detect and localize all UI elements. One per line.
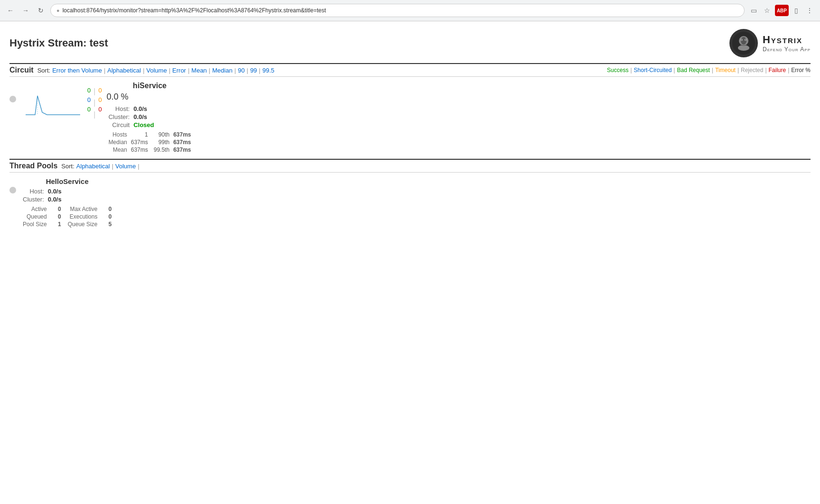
p90-label: 90th — [150, 131, 171, 138]
lock-icon: ● — [56, 8, 60, 13]
sort-alphabetical[interactable]: Alphabetical — [107, 67, 141, 74]
tp-sep2: | — [138, 163, 139, 170]
median-val: 637ms — [129, 138, 150, 146]
thread-pool-name: HelloService — [21, 177, 113, 185]
p99-label: 99th — [150, 138, 171, 146]
p995-val: 637ms — [171, 146, 193, 154]
reload-button[interactable]: ↻ — [35, 5, 46, 16]
adblock-button[interactable]: ABP — [775, 5, 789, 16]
hystrix-name: Hystrix — [763, 34, 811, 46]
sep5: | — [209, 67, 210, 74]
circuit-sort-controls: Sort: Error then Volume | Alphabetical |… — [37, 67, 275, 74]
sep7: | — [247, 67, 248, 74]
svg-point-6 — [745, 39, 746, 40]
hystrix-logo-text: Hystrix Defend Your App — [763, 34, 811, 53]
legend-rejected: Rejected — [741, 67, 763, 73]
cluster-label: Cluster: — [107, 113, 132, 121]
sort-volume[interactable]: Volume — [147, 67, 167, 74]
counter-col-right: 0 0 0 — [98, 86, 101, 120]
tp-pool-size-label: Pool Size — [21, 220, 49, 228]
hosts-val: 1 — [129, 131, 150, 138]
tp-queued-val: 0 — [49, 213, 63, 220]
counter-separator-col: | | | — [92, 86, 96, 120]
status-legend: Success | Short-Circuited | Bad Request … — [607, 67, 811, 73]
sort-error[interactable]: Error — [172, 67, 186, 74]
legend-success: Success — [607, 67, 628, 73]
tp-max-active-val: 0 — [99, 205, 113, 213]
circuit-section-title: Circuit — [9, 66, 34, 74]
thread-pool-cards-container: HelloService Host: 0.0/s Cluster: 0.0/s — [9, 173, 811, 233]
address-bar[interactable]: ● localhost:8764/hystrix/monitor?stream=… — [50, 4, 745, 17]
tp-sort-alphabetical[interactable]: Alphabetical — [76, 163, 110, 170]
tp-queue-size-val: 5 — [99, 220, 113, 228]
cast-button[interactable]: ▭ — [748, 5, 760, 16]
tp-host-label: Host: — [21, 187, 46, 195]
p90-val: 637ms — [171, 131, 193, 138]
back-button[interactable]: ← — [5, 5, 16, 16]
circuit-info: hiService 0.0 % Host: 0.0/s Cluster: 0.0… — [107, 82, 193, 154]
p995-label: 99.5th — [150, 146, 171, 154]
sep1: | — [104, 67, 105, 74]
circuit-sort-label: Sort: — [37, 67, 50, 74]
counter-timeout: 0 — [98, 86, 101, 95]
bookmark-button[interactable]: ☆ — [762, 5, 773, 16]
tp-executions-label: Executions — [63, 213, 100, 220]
circuit-indicator — [9, 96, 16, 102]
host-label: Host: — [107, 105, 132, 113]
cluster-rate: 0.0/s — [131, 113, 156, 121]
legend-bad-request: Bad Request — [677, 67, 709, 73]
tp-active-val: 0 — [49, 205, 63, 213]
svg-point-7 — [738, 45, 749, 51]
tp-cluster-label: Cluster: — [21, 195, 46, 203]
page-header: Hystrix Stream: test Hystrix Defend Your — [9, 29, 811, 57]
tp-sort-volume[interactable]: Volume — [115, 163, 136, 170]
median-label: Median — [107, 138, 129, 146]
sort-mean[interactable]: Mean — [192, 67, 207, 74]
legend-failure: Failure — [769, 67, 786, 73]
circuit-label: Circuit — [107, 121, 132, 129]
browser-actions: ▭ ☆ ABP ▯ ⋮ — [748, 5, 815, 16]
counter-success: 0 — [87, 86, 91, 95]
sort-99-5[interactable]: 99.5 — [262, 67, 274, 74]
browser-chrome: ← → ↻ ● localhost:8764/hystrix/monitor?s… — [0, 0, 820, 21]
tp-queue-size-label: Queue Size — [63, 220, 100, 228]
tp-pool-size-val: 1 — [49, 220, 63, 228]
thread-pool-rates: Host: 0.0/s Cluster: 0.0/s — [21, 187, 113, 203]
hystrix-logo-icon — [729, 29, 758, 57]
thread-pool-stats: Active 0 Max Active 0 Queued 0 Execution… — [21, 205, 113, 228]
sep3: | — [169, 67, 170, 74]
page-title: Hystrix Stream: test — [9, 37, 108, 49]
counter-short-circuit: 0 — [87, 96, 91, 104]
mean-label: Mean — [107, 146, 129, 154]
circuit-state: Closed — [133, 121, 154, 128]
circuit-graph-svg — [21, 82, 83, 119]
counter-failure: 0 — [98, 105, 101, 114]
sort-90[interactable]: 90 — [238, 67, 245, 74]
circuit-rates: Host: 0.0/s Cluster: 0.0/s Circuit Close… — [107, 105, 193, 129]
counter-bad-req: 0 — [87, 105, 91, 114]
tp-host-rate: 0.0/s — [46, 187, 64, 195]
hystrix-logo-svg — [732, 31, 756, 55]
menu-button[interactable]: ⋮ — [804, 5, 815, 16]
circuit-name: hiService — [107, 82, 193, 90]
forward-button[interactable]: → — [20, 5, 31, 16]
thread-pool-info: HelloService Host: 0.0/s Cluster: 0.0/s — [21, 177, 113, 228]
sort-median[interactable]: Median — [212, 67, 233, 74]
tp-sep1: | — [112, 163, 113, 170]
p99-val: 637ms — [171, 138, 193, 146]
thread-pool-indicator — [9, 187, 16, 193]
counter-col-green: 0 0 0 — [87, 86, 91, 120]
tp-queued-label: Queued — [21, 213, 49, 220]
circuit-graph — [21, 82, 83, 119]
sort-error-volume[interactable]: Error then Volume — [52, 67, 102, 74]
sort-99[interactable]: 99 — [250, 67, 257, 74]
circuit-section-header: Circuit Sort: Error then Volume | Alphab… — [9, 63, 811, 77]
thread-pool-sort-controls: Sort: Alphabetical | Volume | — [61, 163, 139, 170]
svg-rect-8 — [21, 82, 83, 119]
thread-pools-section-header: Thread Pools Sort: Alphabetical | Volume… — [9, 159, 811, 173]
extensions-button[interactable]: ▯ — [791, 5, 802, 16]
circuit-counters: 0 0 0 | | | 0 0 0 — [87, 86, 102, 120]
sep6: | — [234, 67, 236, 74]
hystrix-tagline: Defend Your App — [763, 46, 811, 53]
thread-pool-card-helloservice: HelloService Host: 0.0/s Cluster: 0.0/s — [9, 173, 811, 233]
